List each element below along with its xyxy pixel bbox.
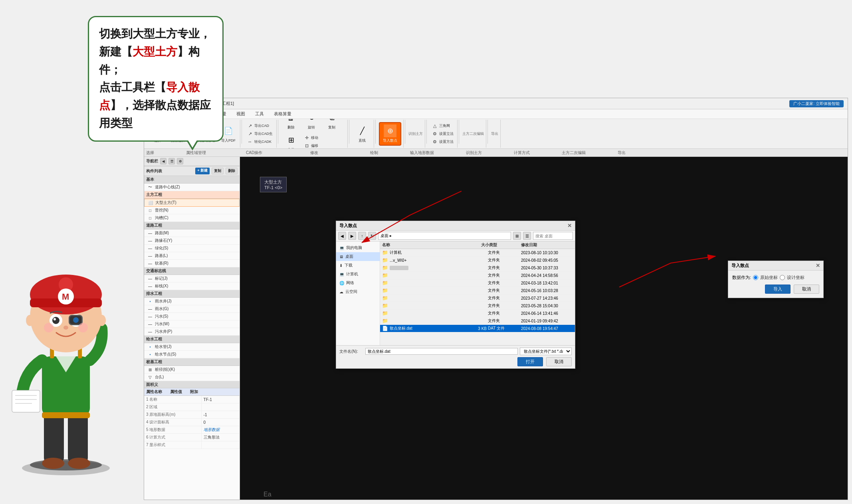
small-cancel-btn[interactable]: 取消 [794,285,819,294]
small-dialog-close[interactable]: ✕ [816,263,820,269]
import-scatter-btn[interactable]: ⊕ 导入散点 [379,122,401,146]
delete-component-btn[interactable]: 删除 [226,168,238,174]
item-platform[interactable]: ▽ 台(L) [144,374,240,381]
dialog-search-input[interactable] [533,232,573,240]
setup-method-btn[interactable]: ⚙ 设置立法 [430,130,455,137]
item-road-centerline[interactable]: 〜 道路中心线(Z) [144,184,240,191]
section-earthwork: 土方工程 [144,191,240,199]
file-row-blurred-4[interactable]: 📁 文件夹 2024-05-16 10:03:28 [380,287,575,294]
svg-point-30 [26,315,34,326]
sidebar-cloud[interactable]: ☁ 云空间 [336,287,380,296]
file-row-blurred-6[interactable]: 📁 文件夹 2023-05-28 15:04:30 [380,302,575,310]
setup-method2-btn[interactable]: ⚙ 设置方法 [430,138,455,145]
svg-point-7 [42,458,64,469]
item-pavement[interactable]: — 路面(M) [144,229,240,237]
file-row-blurred-8[interactable]: 📁 文件夹 2024-01-19 09:49:42 [380,317,575,325]
dialog-back-btn[interactable]: ◀ [338,232,346,240]
file-row-blurred-5[interactable]: 📁 文件夹 2023-07-27 14:23:46 [380,294,575,302]
export-cad2-btn[interactable]: ↗ 导出CAD生 [245,130,274,137]
section-road: 道路工程 [144,222,240,229]
dialog-path-input[interactable] [378,232,511,240]
item-sewage[interactable]: — 污水(S) [144,313,240,320]
item-mark[interactable]: — 标记(J) [144,275,240,283]
item-green[interactable]: — 绿化(S) [144,245,240,252]
svg-point-1 [30,459,102,470]
file-row-blurred-2[interactable]: 📁 文件夹 2024-04-24 14:58:56 [380,272,575,279]
nav-list-btn[interactable]: ☰ [168,158,175,164]
radio-original[interactable] [753,275,758,280]
item-normal-dig[interactable]: □ 普挖(N) [144,207,240,214]
toolbar-modify-section: 🗑 删除 ↻ 旋转 ⧉ 复制 ⊞ 合并 ✛ [279,120,348,148]
earthwork-icon: ⬜ [148,200,153,206]
dialog-forward-btn[interactable]: ▶ [348,232,356,240]
properties-panel: 属性名称 属性值 附加 1 名称 TF-1 2 区域 [144,388,240,500]
item-line[interactable]: — 标线(X) [144,283,240,290]
road-icon: 〜 [147,184,153,190]
open-btn[interactable]: 打开 [517,357,543,366]
item-trench[interactable]: □ 沟槽(C) [144,214,240,222]
nav-back-btn[interactable]: ◀ [160,158,166,164]
divider-6 [405,120,405,144]
radio-design[interactable] [780,275,785,280]
item-water-node[interactable]: • 给水节点(S) [144,351,240,358]
dialog-view-btn[interactable]: ⊞ [513,232,521,240]
sidebar-network[interactable]: 🌐 网络 [336,279,380,287]
item-soft-base[interactable]: — 软基(R) [144,260,240,267]
top-right-btn[interactable]: 广小二厦家: 立即体验智能 [789,100,844,107]
file-row-computer[interactable]: 📁计算机 文件夹 2023-08-10 10:10:30 [380,249,575,257]
copy-component-btn[interactable]: 复制 [212,168,224,174]
menu-view[interactable]: 视图 [234,110,247,118]
move-btn[interactable]: ✛ 移动 [302,134,320,141]
file-row-dat[interactable]: 📄散点坐标.dat 3 KB DAT 文件 2024-08-08 19:54:4… [380,325,575,332]
file-row-blurred-3[interactable]: 📁 文件夹 2024-03-18 13:42:01 [380,279,575,287]
rotate-btn[interactable]: ↻ 旋转 [302,119,321,131]
file-row-blurred-7[interactable]: 📁 文件夹 2024-06-14 13:41:46 [380,310,575,317]
setup-triangle-btn[interactable]: △ 三角网 [430,122,455,129]
menu-table[interactable]: 表格算量 [272,110,293,118]
divider-8 [459,120,459,144]
cancel-btn[interactable]: 取消 [546,357,572,366]
item-rain-pipe[interactable]: — 雨水(G) [144,305,240,313]
prop-row-7: 7 显示样式 [144,441,240,449]
file-dialog: 导入散点 ✕ ◀ ▶ ↑ ↻ ⊞ ☰ 💻 [336,221,575,369]
dialog-layout-btn[interactable]: ☰ [523,232,531,240]
merge-btn[interactable]: ⊞ 合并 [281,132,301,149]
prop-row-2: 2 区域 [144,403,240,411]
sidebar-desktop[interactable]: 🖥 桌面 [336,252,380,261]
dialog-up-btn[interactable]: ↑ [358,232,366,240]
dialog-content: 💻 我的电脑 🖥 桌面 ⬇ 下载 💻 计算 [336,241,575,345]
item-curb[interactable]: — 路缘石(Y) [144,237,240,245]
item-large-earthwork[interactable]: ⬜ 大型土方(T) [144,199,240,207]
file-row-blurred-1[interactable]: 📁(10k.169... 文件夹 2024-05-30 10:37:33 [380,264,575,272]
filetype-select[interactable]: 散点坐标文件(*.txt *.dat) [520,348,572,355]
file-dialog-close[interactable]: ✕ [567,223,572,229]
item-water-pipe[interactable]: • 给水管(J) [144,343,240,351]
dialog-refresh-btn[interactable]: ↻ [368,232,376,240]
item-sewage-w[interactable]: — 污水(W) [144,320,240,328]
convert-cad-btn[interactable]: ↔ 转化CADK [245,138,274,145]
copy-btn[interactable]: ⧉ 复制 [322,119,341,131]
offset-btn[interactable]: ⊡ 偏移 [302,142,320,149]
line-btn[interactable]: ╱ 直线 [353,123,372,144]
sidebar-download[interactable]: ⬇ 下载 [336,261,380,270]
item-pile-group[interactable]: ⊞ 桩径(组)(K) [144,366,240,374]
item-subgrade[interactable]: — 路基(L) [144,252,240,260]
sidebar-computer[interactable]: 💻 计算机 [336,270,380,279]
svg-point-24 [73,317,79,323]
divider-5 [375,120,376,144]
file-row-vw[interactable]: 📁...v_W\0+ 文件夹 2024-08-02 09:45:05 [380,257,575,264]
import-btn[interactable]: 导入 [765,285,791,294]
item-sewage-well[interactable]: — 污水井(P) [144,328,240,336]
menu-bar: 开始 工程设置 建模 工程量 视图 工具 表格算量 [144,109,848,119]
content-area: 导航栏 ◀ ☰ ⚙ 构件列表 + 新建 复制 删除 基本 〜 [144,157,848,500]
export-cad-btn[interactable]: ↗ 导出CAD [245,122,274,129]
import-scatter-content: 数据作为: 原始坐标 设计坐标 导入 取消 [728,271,823,298]
divider-4 [349,120,349,144]
delete-btn[interactable]: 🗑 删除 [281,119,301,131]
sidebar-my-computer[interactable]: 💻 我的电脑 [336,243,380,252]
new-component-btn[interactable]: + 新建 [195,168,210,174]
menu-tools[interactable]: 工具 [253,110,266,118]
filename-input[interactable] [365,348,518,355]
nav-settings-btn[interactable]: ⚙ [177,158,183,164]
item-rain-well[interactable]: • 雨水井(J) [144,298,240,305]
